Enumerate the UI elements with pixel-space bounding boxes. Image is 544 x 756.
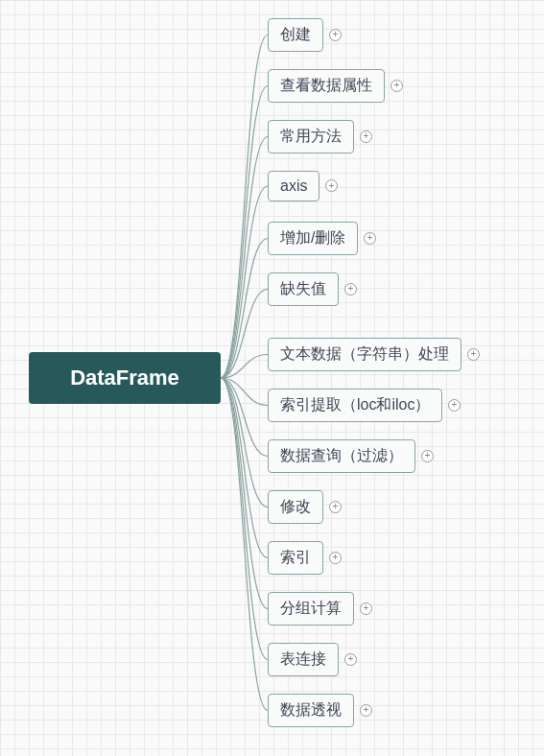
child-label: 文本数据（字符串）处理 bbox=[280, 344, 449, 365]
root-label: DataFrame bbox=[70, 366, 179, 390]
child-node-index-extract[interactable]: 索引提取（loc和iloc） bbox=[268, 389, 442, 422]
child-node-string-process[interactable]: 文本数据（字符串）处理 bbox=[268, 338, 461, 371]
child-node-common-methods[interactable]: 常用方法 bbox=[268, 120, 354, 154]
expand-icon[interactable] bbox=[344, 283, 357, 295]
expand-icon[interactable] bbox=[364, 232, 376, 245]
child-label: axis bbox=[280, 177, 307, 195]
child-label: 数据透视 bbox=[280, 700, 342, 721]
child-node-update[interactable]: 修改 bbox=[268, 490, 323, 524]
child-node-create[interactable]: 创建 bbox=[268, 18, 323, 52]
child-node-view-attrs[interactable]: 查看数据属性 bbox=[268, 69, 385, 103]
child-label: 数据查询（过滤） bbox=[280, 446, 403, 466]
child-node-join[interactable]: 表连接 bbox=[268, 643, 339, 676]
expand-icon[interactable] bbox=[390, 80, 403, 92]
expand-icon[interactable] bbox=[467, 348, 480, 361]
child-label: 创建 bbox=[280, 25, 311, 45]
child-label: 分组计算 bbox=[280, 599, 342, 619]
root-node[interactable]: DataFrame bbox=[29, 352, 221, 404]
expand-icon[interactable] bbox=[360, 704, 372, 717]
child-node-missing[interactable]: 缺失值 bbox=[268, 272, 339, 306]
child-node-groupby[interactable]: 分组计算 bbox=[268, 592, 354, 626]
expand-icon[interactable] bbox=[329, 501, 342, 513]
expand-icon[interactable] bbox=[329, 29, 342, 41]
child-node-index[interactable]: 索引 bbox=[268, 541, 323, 575]
child-node-pivot[interactable]: 数据透视 bbox=[268, 694, 354, 727]
child-node-axis[interactable]: axis bbox=[268, 171, 319, 201]
child-node-filter[interactable]: 数据查询（过滤） bbox=[268, 439, 415, 473]
expand-icon[interactable] bbox=[325, 179, 338, 192]
expand-icon[interactable] bbox=[421, 450, 434, 462]
child-label: 增加/删除 bbox=[280, 228, 345, 248]
expand-icon[interactable] bbox=[360, 130, 372, 143]
child-label: 索引提取（loc和iloc） bbox=[280, 395, 430, 415]
child-label: 修改 bbox=[280, 497, 311, 517]
child-label: 索引 bbox=[280, 548, 311, 568]
child-label: 表连接 bbox=[280, 650, 326, 670]
expand-icon[interactable] bbox=[329, 552, 342, 564]
child-node-add-delete[interactable]: 增加/删除 bbox=[268, 222, 358, 255]
mindmap-canvas: DataFrame 创建 查看数据属性 常用方法 axis 增加/删除 缺失值 … bbox=[0, 0, 544, 756]
expand-icon[interactable] bbox=[360, 602, 372, 615]
expand-icon[interactable] bbox=[448, 399, 461, 412]
child-label: 常用方法 bbox=[280, 127, 342, 147]
expand-icon[interactable] bbox=[344, 653, 357, 666]
child-label: 缺失值 bbox=[280, 279, 326, 299]
child-label: 查看数据属性 bbox=[280, 76, 372, 96]
